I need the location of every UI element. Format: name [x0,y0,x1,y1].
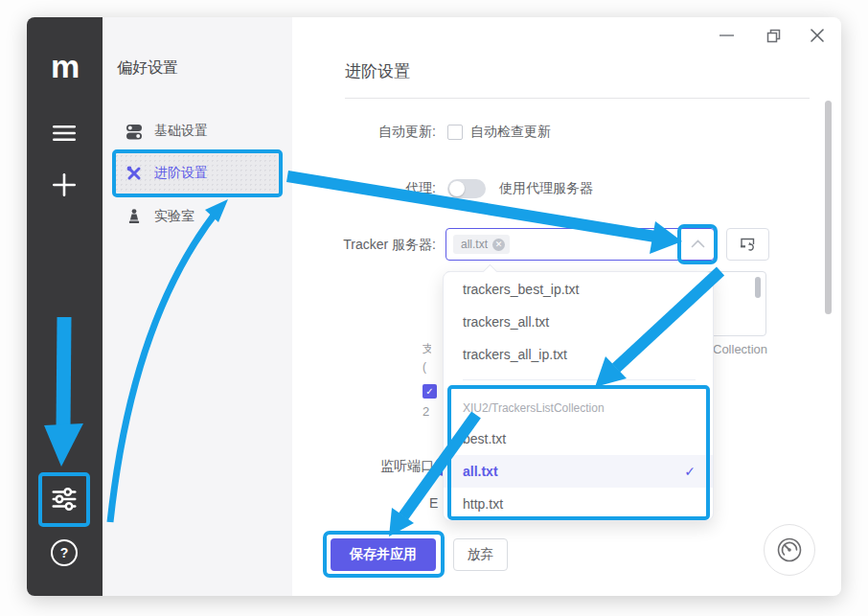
tracker-label: Tracker 服务器: [292,237,436,254]
listen-port-label: 监听端口 [292,458,434,475]
main-scrollbar[interactable] [825,101,832,314]
sync-date-fragment: 2 [423,404,429,419]
close-icon [810,28,825,43]
toggles-icon [126,123,143,140]
discard-button[interactable]: 放弃 [453,538,508,571]
dropdown-item-label: all.txt [463,464,498,479]
preferences-title: 偏好设置 [117,58,178,79]
settings-button[interactable] [50,485,79,513]
tools-icon [126,165,143,182]
sidebar-item-label: 进阶设置 [154,165,208,182]
proxy-toggle-label: 使用代理服务器 [499,180,593,197]
check-icon: ✓ [684,455,696,488]
sidebar-item-advanced-settings[interactable]: 进阶设置 [114,153,283,194]
hamburger-icon [52,125,77,142]
auto-update-checkbox-label: 自动检查更新 [470,124,551,141]
maximize-icon [766,29,781,43]
dropdown-item[interactable]: best.txt [444,422,713,455]
maximize-button[interactable] [766,29,781,43]
dropdown-item[interactable]: trackers_best_ip.txt [444,273,713,306]
task-list-button[interactable] [50,119,79,148]
help-button[interactable]: ? [51,539,78,566]
chevron-up-icon [691,240,705,248]
lab-icon [126,208,143,225]
textarea-scrollbar[interactable] [755,277,761,298]
sync-trackers-button[interactable] [726,228,769,261]
motrix-logo: m [46,48,84,84]
proxy-toggle[interactable] [447,179,486,198]
dropdown-item-selected[interactable]: all.txt ✓ [444,455,713,488]
divider [345,98,810,99]
speedometer-icon [776,536,803,563]
dropdown-divider [463,379,696,380]
sidebar-item-basic-settings[interactable]: 基础设置 [114,112,283,150]
hint-text-fragment-2: ( [423,360,430,374]
hint-text-collection: Collection [713,342,767,356]
tracker-tag: all.txt ✕ [453,235,510,254]
sync-daily-checkbox[interactable]: ✓ [423,384,437,399]
dropdown-item[interactable]: trackers_all.txt [444,306,713,338]
dropdown-item[interactable]: http.txt [444,488,713,520]
text-fragment: E [429,495,438,511]
sidebar-item-label: 基础设置 [154,123,208,140]
speed-limit-button[interactable] [764,524,815,576]
screenshot-canvas: m ? 偏好设置 [0,0,868,616]
sidebar-item-lab[interactable]: 实验室 [114,197,283,236]
minimize-button[interactable] [720,34,734,36]
add-task-button[interactable] [50,171,79,199]
preferences-panel [103,17,292,596]
plus-icon [52,172,77,197]
tag-remove-icon[interactable]: ✕ [492,239,505,251]
sidebar-item-label: 实验室 [154,208,194,225]
auto-update-checkbox[interactable] [447,125,463,140]
dropdown-group-label: XIU2/TrackersListCollection [444,395,713,422]
sync-icon [740,237,756,252]
tracker-tag-label: all.txt [461,238,488,251]
save-apply-button[interactable]: 保存并应用 [331,538,436,571]
tracker-dropdown: trackers_best_ip.txt trackers_all.txt tr… [443,271,714,521]
sliders-icon [50,485,79,513]
auto-update-label: 自动更新: [292,124,436,141]
page-title: 进阶设置 [345,60,410,82]
dropdown-item[interactable]: trackers_all_ip.txt [444,338,713,371]
close-button[interactable] [810,28,825,43]
select-collapse-control[interactable] [691,240,705,248]
hint-text-fragment: 支 [423,341,431,357]
proxy-label: 代理: [292,180,436,197]
